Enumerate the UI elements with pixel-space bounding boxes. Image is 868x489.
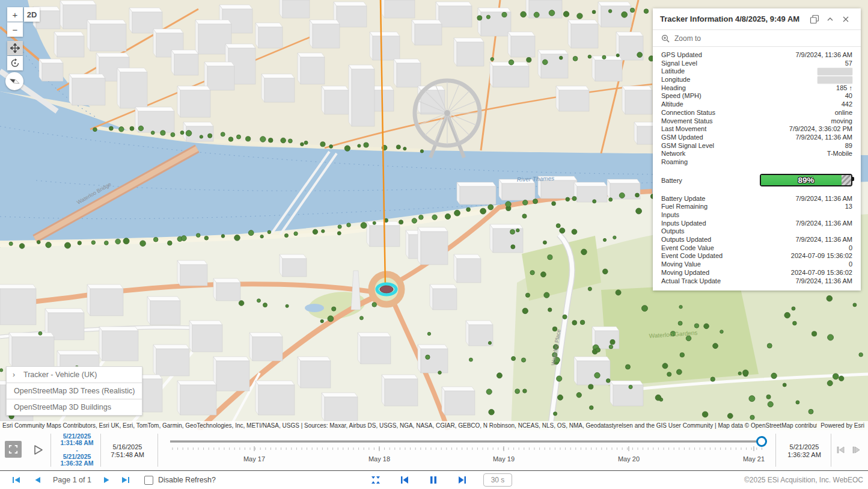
field-row: Moving Updated2024-07-09 15:36:02 bbox=[661, 269, 852, 277]
field-row: GPS Updated7/9/2024, 11:36 AM bbox=[661, 51, 852, 60]
field-label: Longitude bbox=[661, 76, 690, 84]
dock-icon[interactable] bbox=[807, 13, 822, 25]
layer-list: ›Tracker - Vehicle (UK)OpenStreetMap 3D … bbox=[6, 367, 142, 416]
field-label: Battery Update bbox=[661, 195, 705, 203]
layer-label: OpenStreetMap 3D Trees (Realistic) bbox=[14, 387, 135, 395]
slider-thumb[interactable] bbox=[757, 437, 766, 446]
field-value: 2024-07-09 15:36:02 bbox=[791, 252, 852, 260]
map-pond bbox=[305, 304, 324, 312]
field-row: Heading185 ↑ bbox=[661, 84, 852, 93]
field-row: Event Code Value0 bbox=[661, 244, 852, 253]
collapse-center-button[interactable] bbox=[368, 474, 384, 486]
field-label: Roaming bbox=[661, 158, 688, 167]
field-row: Fuel Remaining13 bbox=[661, 203, 852, 211]
field-value: online bbox=[835, 109, 852, 117]
field-row: Signal Level57 bbox=[661, 60, 852, 68]
field-value: 7/9/2024, 11:36 AM bbox=[795, 134, 852, 142]
previous-page-button[interactable] bbox=[30, 474, 46, 486]
field-value: 7/9/2024, 11:36 AM bbox=[795, 277, 852, 286]
playback-controls: 30 s bbox=[368, 473, 512, 487]
rotate-tool-button[interactable] bbox=[7, 56, 23, 70]
field-value: 442 bbox=[842, 100, 852, 109]
slider-day-label: May 20 bbox=[618, 455, 640, 463]
field-value: 0 bbox=[849, 244, 852, 253]
slider-day-label: May 19 bbox=[493, 455, 515, 463]
field-row: GSM Updated7/9/2024, 11:36 AM bbox=[661, 134, 852, 142]
disable-refresh-checkbox[interactable] bbox=[144, 476, 153, 485]
zoom-to-icon bbox=[661, 34, 670, 43]
field-row: Actual Track Update7/9/2024, 11:36 AM bbox=[661, 277, 852, 286]
field-label: GPS Updated bbox=[661, 51, 702, 60]
bottom-toolbar: Page 1 of 1 Disable Refresh? bbox=[0, 471, 868, 489]
time-slider: 5/21/2025 1:31:48 AM - 5/21/2025 1:36:32… bbox=[0, 430, 868, 472]
field-value: 57 bbox=[845, 60, 852, 68]
slider-max-label: 5/21/2025 1:36:32 AM bbox=[780, 443, 829, 458]
step-back-icon bbox=[836, 445, 846, 455]
pan-icon bbox=[10, 43, 20, 53]
field-row: Inputs Updated7/9/2024, 11:36 AM bbox=[661, 220, 852, 228]
field-label: GSM Updated bbox=[661, 134, 703, 142]
field-label: Event Code Updated bbox=[661, 252, 723, 260]
field-row: NetworkT-Mobile bbox=[661, 150, 852, 158]
field-row: Outputs bbox=[661, 227, 852, 236]
zoom-in-label: + bbox=[13, 10, 18, 20]
layer-list-item[interactable]: OpenStreetMap 3D Trees (Realistic) bbox=[6, 383, 142, 399]
rotate-icon bbox=[10, 58, 20, 68]
zoom-in-button[interactable]: + bbox=[7, 7, 23, 22]
battery-bar: 89% bbox=[760, 174, 852, 186]
tracker-information-panel: Tracker Information 4/8/2025, 9:49 AM bbox=[653, 8, 861, 291]
divider bbox=[775, 434, 776, 467]
field-label: Movement Status bbox=[661, 117, 713, 126]
layer-list-item[interactable]: OpenStreetMap 3D Buildings bbox=[6, 399, 142, 416]
field-value: 7/9/2024, 11:36 AM bbox=[795, 220, 852, 228]
slider-track-area[interactable]: May 17May 18May 19May 20May 21 bbox=[0, 430, 868, 470]
max-time: 1:36:32 AM bbox=[780, 451, 829, 459]
zoom-to-button[interactable]: Zoom to bbox=[653, 30, 861, 47]
refresh-interval-box[interactable]: 30 s bbox=[483, 473, 512, 487]
field-row: Moving Value0 bbox=[661, 260, 852, 269]
pause-button[interactable] bbox=[426, 474, 441, 486]
field-label: Fuel Remaining bbox=[661, 203, 708, 211]
field-row: Battery Update7/9/2024, 11:36 AM bbox=[661, 195, 852, 203]
field-value: 7/9/2024, 11:36 AM bbox=[795, 51, 852, 60]
timeslider-next-button[interactable] bbox=[850, 443, 863, 457]
close-panel-icon[interactable] bbox=[838, 13, 854, 25]
field-label: Moving Updated bbox=[661, 269, 709, 277]
tracker-marker[interactable] bbox=[377, 284, 396, 295]
field-label: Outputs Updated bbox=[661, 236, 711, 244]
webeoc-tracker-window: River Thames Waterloo Bridge Waterloo Pl… bbox=[0, 0, 868, 489]
skip-to-start-button[interactable] bbox=[397, 474, 412, 486]
page-indicator: Page 1 of 1 bbox=[46, 476, 99, 484]
timeslider-previous-button[interactable] bbox=[834, 443, 848, 457]
copyright-text: ©2025 ESi Acquisition, Inc. WebEOC bbox=[744, 476, 863, 484]
slider-day-label: May 18 bbox=[368, 455, 390, 463]
step-forward-icon bbox=[852, 445, 861, 455]
battery-percent-label: 89% bbox=[761, 175, 851, 185]
expand-chevron-icon[interactable]: › bbox=[13, 371, 23, 379]
layer-list-item[interactable]: ›Tracker - Vehicle (UK) bbox=[6, 366, 142, 383]
max-date: 5/21/2025 bbox=[780, 443, 829, 451]
first-page-button[interactable] bbox=[8, 474, 24, 486]
compass-button[interactable] bbox=[5, 72, 23, 90]
collapse-panel-icon[interactable] bbox=[822, 13, 838, 25]
river-label: River Thames bbox=[517, 175, 555, 183]
field-value: T-Mobile bbox=[827, 150, 852, 158]
field-value: 2024-07-09 15:36:02 bbox=[791, 269, 852, 277]
skip-to-end-button[interactable] bbox=[454, 474, 470, 486]
layer-label: OpenStreetMap 3D Buildings bbox=[14, 403, 111, 411]
next-page-button[interactable] bbox=[99, 474, 114, 486]
field-row: Inputs bbox=[661, 211, 852, 220]
disable-refresh-control: Disable Refresh? bbox=[144, 476, 216, 485]
field-label: Speed (MPH) bbox=[661, 92, 701, 100]
last-page-button[interactable] bbox=[118, 474, 133, 486]
zoom-out-button[interactable]: − bbox=[7, 22, 23, 37]
pan-tool-button[interactable] bbox=[7, 41, 23, 55]
2d-label: 2D bbox=[27, 10, 37, 19]
field-row: Outputs Updated7/9/2024, 11:36 AM bbox=[661, 236, 852, 244]
field-row: Movement Statusmoving bbox=[661, 117, 852, 126]
toggle-2d-button[interactable]: 2D bbox=[24, 7, 40, 22]
field-row: Event Code Updated2024-07-09 15:36:02 bbox=[661, 252, 852, 260]
tracker-fields: GPS Updated7/9/2024, 11:36 AMSignal Leve… bbox=[653, 47, 861, 291]
field-value: moving bbox=[831, 117, 852, 126]
divider bbox=[831, 434, 831, 467]
